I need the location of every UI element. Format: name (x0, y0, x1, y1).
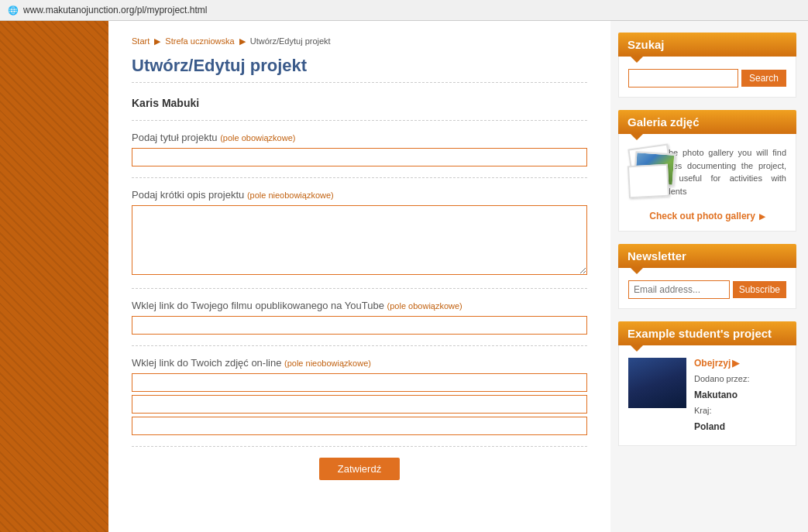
photo-link-input-2[interactable] (132, 395, 587, 414)
browser-url: www.makutanojunction.org/pl/myproject.ht… (23, 5, 207, 15)
right-sidebar: Szukaj Search Galeria zdjęć (610, 21, 808, 532)
example-project-header: Example student's project (618, 321, 796, 345)
gallery-header: Galeria zdjęć (618, 110, 796, 134)
project-country: Poland (694, 421, 725, 432)
search-button[interactable]: Search (741, 70, 786, 87)
main-content: Start ▶ Strefa uczniowska ▶ Utwórz/Edytu… (108, 21, 610, 532)
example-project-body: Obejrzyj ▶ Dodano przez: Makutano Kraj: … (618, 345, 796, 446)
search-row: Search (628, 69, 786, 88)
page-title: Utwórz/Edytuj projekt (132, 56, 587, 83)
breadcrumb: Start ▶ Strefa uczniowska ▶ Utwórz/Edytu… (132, 36, 587, 46)
subscribe-button[interactable]: Subscribe (733, 281, 786, 298)
project-title-input[interactable] (132, 148, 587, 166)
breadcrumb-sep2: ▶ (239, 36, 246, 46)
youtube-link-input[interactable] (132, 316, 587, 335)
breadcrumb-sep1: ▶ (154, 36, 160, 46)
example-project-section: Example student's project Obejrzyj ▶ Dod… (618, 321, 796, 446)
breadcrumb-strefa[interactable]: Strefa uczniowska (165, 36, 234, 46)
browser-bar: 🌐 www.makutanojunction.org/pl/myproject.… (0, 0, 808, 21)
search-header: Szukaj (618, 33, 796, 57)
project-thumbnail (628, 358, 686, 408)
photo-optional-badge: (pole nieobowiązkowe) (284, 359, 371, 368)
photo-card-3 (627, 164, 669, 199)
project-meta: Dodano przez: Makutano Kraj: Poland (694, 372, 750, 436)
photo-stack (628, 146, 647, 204)
title-required-badge: (pole obowiązkowe) (220, 133, 295, 142)
newsletter-header: Newsletter (618, 244, 796, 268)
search-input[interactable] (628, 69, 738, 88)
youtube-required-badge: (pole obowiązkowe) (387, 301, 462, 311)
photo-links-section: Wklej link do Twoich zdjęć on-line (pole… (132, 357, 587, 447)
project-description-label: Podaj krótki opis projektu (pole nieobow… (132, 189, 587, 201)
project-title-section: Podaj tytuł projektu (pole obowiązkowe) (132, 132, 587, 178)
youtube-link-section: Wklej link do Twojego filmu opublikowane… (132, 300, 587, 346)
photo-links-label: Wklej link do Twoich zdjęć on-line (pole… (132, 357, 587, 369)
project-view-link[interactable]: Obejrzyj ▶ (694, 358, 750, 369)
sidebar-texture (0, 21, 108, 532)
photo-links-group (132, 373, 587, 435)
breadcrumb-start[interactable]: Start (132, 36, 150, 46)
youtube-link-label: Wklej link do Twojego filmu opublikowane… (132, 300, 587, 311)
photo-link-input-1[interactable] (132, 373, 587, 392)
example-inner: Obejrzyj ▶ Dodano przez: Makutano Kraj: … (628, 358, 786, 436)
project-thumb-bg (628, 358, 686, 408)
gallery-link[interactable]: Check out photo gallery ▶ (628, 211, 786, 221)
email-input[interactable] (628, 280, 730, 299)
project-info: Obejrzyj ▶ Dodano przez: Makutano Kraj: … (694, 358, 750, 436)
project-description-input[interactable] (132, 205, 587, 275)
breadcrumb-current: Utwórz/Edytuj projekt (250, 36, 331, 46)
newsletter-body: Subscribe (618, 268, 796, 309)
description-optional-badge: (pole nieobowiązkowe) (247, 190, 334, 200)
page-wrapper: Start ▶ Strefa uczniowska ▶ Utwórz/Edytu… (0, 21, 808, 532)
newsletter-row: Subscribe (628, 280, 786, 299)
submit-row: Zatwierdź (132, 458, 587, 480)
project-title-label: Podaj tytuł projektu (pole obowiązkowe) (132, 132, 587, 143)
search-section: Szukaj Search (618, 33, 796, 98)
gallery-section: Galeria zdjęć In the photo gallery you w… (618, 110, 796, 232)
search-body: Search (618, 57, 796, 98)
photo-link-input-3[interactable] (132, 417, 587, 435)
user-name-section: Karis Mabuki (132, 97, 587, 121)
gallery-body: In the photo gallery you will find image… (618, 134, 796, 232)
gallery-arrow-icon: ▶ (757, 212, 765, 221)
newsletter-section: Newsletter Subscribe (618, 244, 796, 309)
project-author: Makutano (694, 390, 738, 400)
submit-button[interactable]: Zatwierdź (319, 458, 400, 480)
gallery-inner: In the photo gallery you will find image… (628, 146, 786, 204)
project-description-section: Podaj krótki opis projektu (pole nieobow… (132, 189, 587, 289)
user-name: Karis Mabuki (132, 97, 587, 109)
page-icon: 🌐 (8, 5, 19, 15)
view-arrow-icon: ▶ (732, 358, 739, 369)
left-sidebar (0, 21, 108, 532)
